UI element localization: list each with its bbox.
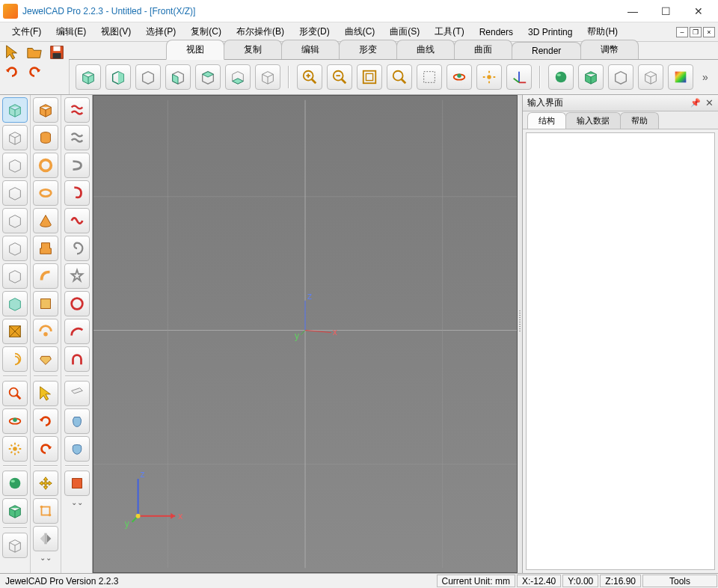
- revolve-icon[interactable]: [33, 319, 58, 344]
- menu-edit[interactable]: 编辑(E): [50, 23, 92, 40]
- status-tools-button[interactable]: Tools: [642, 575, 717, 587]
- wireframe-icon[interactable]: [2, 533, 28, 558]
- extrude-icon[interactable]: [33, 236, 58, 261]
- curve-wave-icon[interactable]: [64, 208, 90, 233]
- circle-icon[interactable]: [64, 291, 90, 316]
- rotate-view-icon[interactable]: [447, 64, 472, 90]
- orbit-icon[interactable]: [476, 64, 502, 90]
- menu-3dprinting[interactable]: 3D Printing: [522, 25, 578, 40]
- cube-b-icon[interactable]: [2, 180, 28, 206]
- pointer-tool[interactable]: [3, 43, 21, 61]
- pan-icon[interactable]: [417, 64, 442, 90]
- zoom-out-icon[interactable]: [327, 64, 352, 90]
- menu-tools[interactable]: 工具(T): [429, 23, 470, 40]
- minimize-button[interactable]: —: [616, 1, 649, 22]
- tab-adjust[interactable]: 调幣: [580, 40, 639, 59]
- view-front-icon[interactable]: [76, 64, 101, 90]
- rotate-cw-icon[interactable]: [33, 408, 58, 434]
- tab-edit[interactable]: 编辑: [281, 40, 340, 59]
- menu-surface[interactable]: 曲面(S): [384, 23, 426, 40]
- maximize-button[interactable]: ☐: [649, 1, 682, 22]
- square-red-icon[interactable]: [64, 471, 90, 496]
- cube-sel-icon[interactable]: [2, 97, 28, 123]
- view-left-icon[interactable]: [135, 64, 161, 90]
- view-back-icon[interactable]: [105, 64, 131, 90]
- cube-c-icon[interactable]: [2, 208, 28, 233]
- axis-view-icon[interactable]: [506, 64, 532, 90]
- wave-a-icon[interactable]: [64, 97, 90, 123]
- undo-icon[interactable]: [25, 63, 43, 81]
- curve-hook-icon[interactable]: [64, 180, 90, 206]
- sphere-icon[interactable]: [2, 471, 28, 496]
- move4-icon[interactable]: [33, 471, 58, 496]
- close-button[interactable]: ✕: [682, 1, 715, 22]
- rotate-ccw-icon[interactable]: [33, 436, 58, 462]
- view-iso-icon[interactable]: [255, 64, 280, 90]
- toolbar-2-overflow-icon[interactable]: ⌄⌄: [40, 554, 52, 562]
- spiral-icon[interactable]: [2, 346, 28, 372]
- cylinder-icon[interactable]: [33, 125, 58, 150]
- cube-e-icon[interactable]: [2, 263, 28, 289]
- tab-view[interactable]: 视图: [166, 40, 224, 60]
- toolbar-3-overflow-icon[interactable]: ⌄⌄: [71, 498, 83, 506]
- shade-solid-icon[interactable]: [548, 64, 574, 90]
- tab-surface[interactable]: 曲面: [454, 40, 512, 59]
- ring-icon[interactable]: [33, 153, 58, 178]
- panel-tab-structure[interactable]: 结构: [527, 112, 566, 129]
- cube-d-icon[interactable]: [2, 236, 28, 261]
- save-icon[interactable]: [48, 43, 66, 61]
- select-arrow-icon[interactable]: [33, 381, 58, 406]
- loft-icon[interactable]: [33, 291, 58, 316]
- mdi-restore-button[interactable]: ❐: [690, 27, 702, 37]
- curve-s-icon[interactable]: [64, 153, 90, 178]
- shade-color-icon[interactable]: [668, 64, 693, 90]
- vessel-icon[interactable]: [64, 408, 90, 434]
- panel-tab-help[interactable]: 帮助: [620, 112, 659, 129]
- sheet-icon[interactable]: [64, 381, 90, 406]
- mdi-minimize-button[interactable]: –: [676, 27, 688, 37]
- zoom-in-icon[interactable]: [297, 64, 322, 90]
- menu-curve[interactable]: 曲线(C): [339, 23, 381, 40]
- cube-wire-icon[interactable]: [2, 125, 28, 150]
- viewport-3d[interactable]: z x y z x y: [93, 95, 518, 573]
- pot-icon[interactable]: [64, 436, 90, 462]
- panel-close-icon[interactable]: ✕: [705, 97, 714, 108]
- zoom-tool-icon[interactable]: [2, 381, 28, 406]
- wave-b-icon[interactable]: [64, 125, 90, 150]
- cube-f-icon[interactable]: [2, 291, 28, 316]
- rotate-tool-icon[interactable]: [2, 408, 28, 434]
- tab-copy[interactable]: 复制: [224, 40, 282, 59]
- cube-a-icon[interactable]: [2, 153, 28, 178]
- horseshoe-icon[interactable]: [64, 346, 90, 372]
- tab-curve[interactable]: 曲线: [396, 40, 455, 59]
- box-icon[interactable]: [2, 498, 28, 524]
- mdi-close-button[interactable]: ×: [703, 27, 715, 37]
- curve-spiral-icon[interactable]: [64, 236, 90, 261]
- gem-icon[interactable]: [2, 319, 28, 344]
- menu-file[interactable]: 文件(F): [6, 23, 47, 40]
- star-icon[interactable]: [64, 263, 90, 289]
- view-right-icon[interactable]: [165, 64, 191, 90]
- menu-boolean[interactable]: 布尔操作(B): [230, 23, 290, 40]
- tab-deform[interactable]: 形变: [339, 40, 397, 59]
- zoom-fit-icon[interactable]: [357, 64, 382, 90]
- menu-renders[interactable]: Renders: [473, 25, 519, 40]
- panel-pin-icon[interactable]: 📌: [690, 98, 701, 108]
- torus-icon[interactable]: [33, 180, 58, 206]
- menu-copy[interactable]: 复制(C): [185, 23, 227, 40]
- view-bottom-icon[interactable]: [225, 64, 251, 90]
- cube-orange-icon[interactable]: [33, 97, 58, 123]
- panel-splitter[interactable]: [518, 95, 522, 573]
- shade-hidden-icon[interactable]: [608, 64, 633, 90]
- shade-wire-icon[interactable]: [578, 64, 604, 90]
- move-tool-icon[interactable]: [2, 436, 28, 462]
- menu-select[interactable]: 选择(P): [140, 23, 182, 40]
- toolbar-overflow-icon[interactable]: »: [698, 71, 713, 83]
- mirror-icon[interactable]: [33, 526, 58, 551]
- cone-icon[interactable]: [33, 208, 58, 233]
- stone-icon[interactable]: [33, 346, 58, 372]
- menu-deform[interactable]: 形变(D): [293, 23, 336, 40]
- redo-icon[interactable]: [3, 63, 21, 81]
- tab-render[interactable]: Render: [512, 42, 581, 59]
- shade-ghost-icon[interactable]: [638, 64, 663, 90]
